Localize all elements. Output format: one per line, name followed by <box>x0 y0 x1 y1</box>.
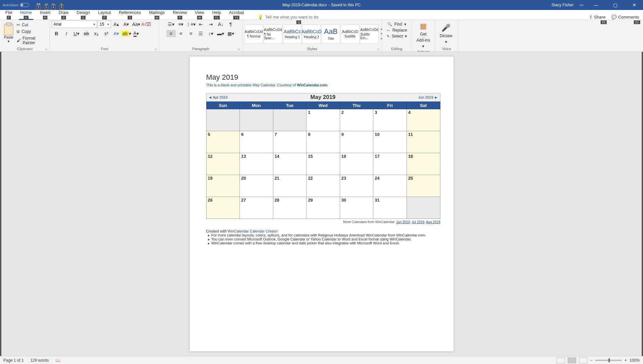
more-link[interactable]: Jul 2019 <box>412 220 424 224</box>
tab-review[interactable]: ReviewR <box>169 9 191 20</box>
align-right-button[interactable]: ≡ <box>186 30 196 37</box>
change-case-button[interactable]: Aa▾ <box>132 21 141 28</box>
cal-cell: 25 <box>407 175 440 197</box>
style-item[interactable]: AaBbCcDdSubtle Em... <box>360 24 379 44</box>
autosave-toggle[interactable]: AutoSave <box>3 3 29 7</box>
paste-button[interactable]: Paste▾ <box>2 24 15 44</box>
statusbar: Page 1 of 1 129 words 📖 − + 100% <box>0 356 643 364</box>
format-painter-button[interactable]: 🖌Format Painter <box>17 36 47 45</box>
italic-button[interactable]: I <box>62 30 71 37</box>
page-count[interactable]: Page 1 of 1 <box>3 358 24 363</box>
increase-indent-button[interactable]: ⇥ <box>206 21 216 28</box>
justify-button[interactable]: ☰ <box>196 30 206 37</box>
collapse-ribbon-button[interactable]: ˄ <box>634 20 643 51</box>
zoom-level[interactable]: 100% <box>629 358 640 363</box>
sort-button[interactable]: A↓ <box>216 21 226 28</box>
bold-button[interactable]: B <box>52 30 61 37</box>
share-button[interactable]: ⇪ShareZS <box>589 15 605 20</box>
line-spacing-button[interactable]: ↕▾ <box>206 30 216 37</box>
tab-insert[interactable]: InsertN <box>36 9 55 20</box>
font-size-combo[interactable]: ▾ <box>98 21 111 28</box>
created-link[interactable]: WinCalendar Calendar Creator <box>228 229 278 233</box>
select-button[interactable]: ↖Select▾ <box>387 34 407 39</box>
style-item[interactable]: AaBbCcDd¶ Normal <box>244 24 263 44</box>
clear-formatting-button[interactable]: A⌫ <box>141 21 151 28</box>
strikethrough-button[interactable]: ab <box>82 30 91 37</box>
grow-font-button[interactable]: A▴ <box>112 21 121 28</box>
tab-help[interactable]: HelpY1 <box>208 9 225 20</box>
tell-me-search[interactable]: 💡 Tell me what you want to do Q <box>258 15 318 20</box>
dialog-launcher-icon[interactable]: ↘ <box>377 47 380 51</box>
style-item[interactable]: AaBTitle <box>322 24 340 44</box>
copy-button[interactable]: ⧉Copy <box>17 29 47 34</box>
save-icon[interactable]: 🖫2 <box>37 3 41 7</box>
maximize-button[interactable]: ▢ <box>608 2 622 8</box>
borders-button[interactable]: ▦▾ <box>226 30 235 37</box>
font-name-combo[interactable]: ▾ <box>52 21 97 28</box>
style-item[interactable]: AaBbCcDd¶ No Spac... <box>264 24 282 44</box>
font-color-button[interactable]: A▾ <box>132 30 141 37</box>
text-effects-button[interactable]: A▾ <box>112 30 121 37</box>
tab-layout[interactable]: LayoutP <box>94 9 115 20</box>
spellcheck-icon[interactable]: 📖 <box>55 358 60 363</box>
align-left-button[interactable]: ≡ <box>166 30 176 37</box>
subscript-button[interactable]: x₂ <box>92 30 101 37</box>
user-name[interactable]: Stacy Fisher <box>551 3 574 7</box>
doc-title: May 2019 <box>206 73 440 82</box>
tab-draw[interactable]: DrawJI <box>54 9 72 20</box>
zoom-slider[interactable] <box>595 360 622 361</box>
find-button[interactable]: 🔍Find▾ <box>387 22 406 27</box>
dictate-button[interactable]: 🎤Dictate▾ <box>437 22 455 46</box>
superscript-button[interactable]: x² <box>102 30 111 37</box>
tab-mailings[interactable]: MailingsM <box>145 9 169 20</box>
get-addins-button[interactable]: ▦GetAdd-ins▾ <box>414 21 433 50</box>
replace-button[interactable]: ↔Replace <box>386 28 407 33</box>
document-area[interactable]: May 2019 This is a blank and printable M… <box>0 52 643 356</box>
prev-month-link[interactable]: ◄ Apr 2019 <box>209 95 228 99</box>
tab-view[interactable]: ViewW <box>191 9 208 20</box>
redo-icon[interactable]: ↷4 <box>52 3 55 7</box>
next-month-link[interactable]: Jun 2019 ► <box>418 95 438 99</box>
tab-references[interactable]: ReferencesS <box>115 9 145 20</box>
word-count[interactable]: 129 words <box>30 358 48 363</box>
style-item[interactable]: AaBbCcHeading 1 <box>283 24 302 44</box>
style-item[interactable]: AaBbCcDHeading 2 <box>302 24 321 44</box>
touch-mode-icon[interactable]: 👆5 <box>59 3 64 7</box>
style-item[interactable]: AaBbCcDSubtitle <box>341 24 359 44</box>
dialog-launcher-icon[interactable]: ↘ <box>45 47 47 51</box>
more-link[interactable]: Aug 2019 <box>426 220 440 224</box>
print-layout-button[interactable] <box>568 357 576 363</box>
highlight-button[interactable]: ab▾ <box>122 30 131 37</box>
zoom-out-button[interactable]: − <box>590 358 593 363</box>
bullets-button[interactable]: ☰▾ <box>166 21 176 28</box>
web-layout-button[interactable] <box>579 357 588 363</box>
dialog-launcher-icon[interactable]: ↘ <box>237 47 240 51</box>
wincalendar-link[interactable]: WinCalendar.com <box>297 83 327 87</box>
cal-cell: 23 <box>340 175 373 197</box>
zoom-in-button[interactable]: + <box>624 358 627 363</box>
shrink-font-button[interactable]: A▾ <box>122 21 131 28</box>
tab-design[interactable]: DesignG <box>73 9 94 20</box>
more-link[interactable]: Jun 2019 <box>396 220 410 224</box>
cal-cell: 8 <box>307 131 340 153</box>
dialog-launcher-icon[interactable]: ↘ <box>154 47 157 51</box>
numbering-button[interactable]: ≡▾ <box>176 21 186 28</box>
tab-acrobat[interactable]: AcrobatY2 <box>225 9 248 20</box>
styles-gallery[interactable]: AaBbCcDd¶ NormalAaBbCcDd¶ No Spac...AaBb… <box>244 24 379 44</box>
decrease-indent-button[interactable]: ⇤ <box>196 21 206 28</box>
comments-button[interactable]: 💬CommentsZC <box>611 15 639 20</box>
cut-button[interactable]: ✂Cut <box>17 23 47 27</box>
tab-file[interactable]: FileF <box>1 9 16 20</box>
tab-home[interactable]: HomeH <box>16 9 36 20</box>
shading-button[interactable]: ▬▾ <box>216 30 226 37</box>
close-button[interactable]: ✕ <box>628 2 641 8</box>
align-center-button[interactable]: ≡ <box>176 30 186 37</box>
multilevel-list-button[interactable]: ⋮≡▾ <box>186 21 196 28</box>
show-marks-button[interactable]: ¶ <box>226 21 235 28</box>
quick-access-toolbar: 🖫2 ↶3 ↷4 👆5 <box>37 3 64 7</box>
ribbon-display-icon[interactable]: ▭ <box>580 3 583 7</box>
minimize-button[interactable]: — <box>589 2 602 8</box>
underline-button[interactable]: U▾ <box>72 30 81 37</box>
undo-icon[interactable]: ↶3 <box>45 3 48 7</box>
read-mode-button[interactable] <box>556 357 565 363</box>
